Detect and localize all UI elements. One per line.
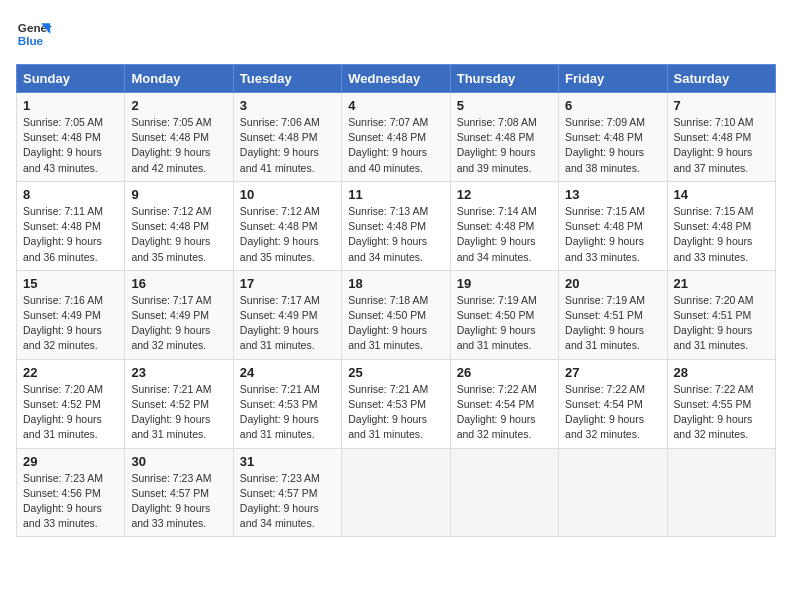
day-number: 24 (240, 365, 335, 380)
day-info: Sunrise: 7:19 AMSunset: 4:51 PMDaylight:… (565, 294, 645, 352)
day-number: 28 (674, 365, 769, 380)
day-info: Sunrise: 7:07 AMSunset: 4:48 PMDaylight:… (348, 116, 428, 174)
page-header: General Blue (16, 16, 776, 52)
day-number: 3 (240, 98, 335, 113)
day-info: Sunrise: 7:21 AMSunset: 4:53 PMDaylight:… (348, 383, 428, 441)
day-info: Sunrise: 7:20 AMSunset: 4:52 PMDaylight:… (23, 383, 103, 441)
calendar-cell: 20 Sunrise: 7:19 AMSunset: 4:51 PMDaylig… (559, 270, 667, 359)
calendar-cell: 9 Sunrise: 7:12 AMSunset: 4:48 PMDayligh… (125, 181, 233, 270)
day-info: Sunrise: 7:14 AMSunset: 4:48 PMDaylight:… (457, 205, 537, 263)
day-number: 21 (674, 276, 769, 291)
calendar-cell: 6 Sunrise: 7:09 AMSunset: 4:48 PMDayligh… (559, 93, 667, 182)
day-info: Sunrise: 7:23 AMSunset: 4:56 PMDaylight:… (23, 472, 103, 530)
calendar-cell: 31 Sunrise: 7:23 AMSunset: 4:57 PMDaylig… (233, 448, 341, 537)
day-number: 9 (131, 187, 226, 202)
day-info: Sunrise: 7:21 AMSunset: 4:52 PMDaylight:… (131, 383, 211, 441)
day-info: Sunrise: 7:23 AMSunset: 4:57 PMDaylight:… (240, 472, 320, 530)
calendar-cell: 16 Sunrise: 7:17 AMSunset: 4:49 PMDaylig… (125, 270, 233, 359)
calendar-cell: 4 Sunrise: 7:07 AMSunset: 4:48 PMDayligh… (342, 93, 450, 182)
day-info: Sunrise: 7:22 AMSunset: 4:54 PMDaylight:… (457, 383, 537, 441)
day-number: 20 (565, 276, 660, 291)
column-header-saturday: Saturday (667, 65, 775, 93)
day-info: Sunrise: 7:18 AMSunset: 4:50 PMDaylight:… (348, 294, 428, 352)
calendar-cell (342, 448, 450, 537)
calendar-cell: 12 Sunrise: 7:14 AMSunset: 4:48 PMDaylig… (450, 181, 558, 270)
day-number: 1 (23, 98, 118, 113)
day-number: 27 (565, 365, 660, 380)
calendar-cell: 18 Sunrise: 7:18 AMSunset: 4:50 PMDaylig… (342, 270, 450, 359)
calendar-cell: 25 Sunrise: 7:21 AMSunset: 4:53 PMDaylig… (342, 359, 450, 448)
day-number: 30 (131, 454, 226, 469)
logo-icon: General Blue (16, 16, 52, 52)
day-info: Sunrise: 7:16 AMSunset: 4:49 PMDaylight:… (23, 294, 103, 352)
day-info: Sunrise: 7:15 AMSunset: 4:48 PMDaylight:… (674, 205, 754, 263)
calendar-cell: 7 Sunrise: 7:10 AMSunset: 4:48 PMDayligh… (667, 93, 775, 182)
day-info: Sunrise: 7:09 AMSunset: 4:48 PMDaylight:… (565, 116, 645, 174)
calendar-table: SundayMondayTuesdayWednesdayThursdayFrid… (16, 64, 776, 537)
column-header-tuesday: Tuesday (233, 65, 341, 93)
day-info: Sunrise: 7:20 AMSunset: 4:51 PMDaylight:… (674, 294, 754, 352)
day-number: 19 (457, 276, 552, 291)
calendar-cell: 30 Sunrise: 7:23 AMSunset: 4:57 PMDaylig… (125, 448, 233, 537)
calendar-cell: 29 Sunrise: 7:23 AMSunset: 4:56 PMDaylig… (17, 448, 125, 537)
svg-text:Blue: Blue (18, 34, 44, 47)
calendar-cell: 8 Sunrise: 7:11 AMSunset: 4:48 PMDayligh… (17, 181, 125, 270)
calendar-week-3: 15 Sunrise: 7:16 AMSunset: 4:49 PMDaylig… (17, 270, 776, 359)
calendar-cell: 28 Sunrise: 7:22 AMSunset: 4:55 PMDaylig… (667, 359, 775, 448)
day-info: Sunrise: 7:05 AMSunset: 4:48 PMDaylight:… (23, 116, 103, 174)
day-number: 11 (348, 187, 443, 202)
calendar-week-2: 8 Sunrise: 7:11 AMSunset: 4:48 PMDayligh… (17, 181, 776, 270)
day-number: 17 (240, 276, 335, 291)
day-number: 16 (131, 276, 226, 291)
calendar-header-row: SundayMondayTuesdayWednesdayThursdayFrid… (17, 65, 776, 93)
calendar-week-4: 22 Sunrise: 7:20 AMSunset: 4:52 PMDaylig… (17, 359, 776, 448)
calendar-cell: 27 Sunrise: 7:22 AMSunset: 4:54 PMDaylig… (559, 359, 667, 448)
calendar-cell: 13 Sunrise: 7:15 AMSunset: 4:48 PMDaylig… (559, 181, 667, 270)
column-header-thursday: Thursday (450, 65, 558, 93)
calendar-cell: 21 Sunrise: 7:20 AMSunset: 4:51 PMDaylig… (667, 270, 775, 359)
calendar-cell: 1 Sunrise: 7:05 AMSunset: 4:48 PMDayligh… (17, 93, 125, 182)
day-info: Sunrise: 7:15 AMSunset: 4:48 PMDaylight:… (565, 205, 645, 263)
day-info: Sunrise: 7:12 AMSunset: 4:48 PMDaylight:… (240, 205, 320, 263)
calendar-cell: 10 Sunrise: 7:12 AMSunset: 4:48 PMDaylig… (233, 181, 341, 270)
day-info: Sunrise: 7:13 AMSunset: 4:48 PMDaylight:… (348, 205, 428, 263)
calendar-cell: 17 Sunrise: 7:17 AMSunset: 4:49 PMDaylig… (233, 270, 341, 359)
logo: General Blue (16, 16, 52, 52)
calendar-week-1: 1 Sunrise: 7:05 AMSunset: 4:48 PMDayligh… (17, 93, 776, 182)
column-header-wednesday: Wednesday (342, 65, 450, 93)
day-info: Sunrise: 7:17 AMSunset: 4:49 PMDaylight:… (131, 294, 211, 352)
day-number: 29 (23, 454, 118, 469)
column-header-sunday: Sunday (17, 65, 125, 93)
day-number: 6 (565, 98, 660, 113)
day-number: 25 (348, 365, 443, 380)
day-number: 22 (23, 365, 118, 380)
day-info: Sunrise: 7:11 AMSunset: 4:48 PMDaylight:… (23, 205, 103, 263)
day-number: 10 (240, 187, 335, 202)
calendar-cell: 19 Sunrise: 7:19 AMSunset: 4:50 PMDaylig… (450, 270, 558, 359)
column-header-friday: Friday (559, 65, 667, 93)
calendar-cell: 11 Sunrise: 7:13 AMSunset: 4:48 PMDaylig… (342, 181, 450, 270)
calendar-cell (667, 448, 775, 537)
calendar-cell (559, 448, 667, 537)
day-number: 26 (457, 365, 552, 380)
calendar-cell (450, 448, 558, 537)
day-info: Sunrise: 7:08 AMSunset: 4:48 PMDaylight:… (457, 116, 537, 174)
day-info: Sunrise: 7:10 AMSunset: 4:48 PMDaylight:… (674, 116, 754, 174)
calendar-cell: 23 Sunrise: 7:21 AMSunset: 4:52 PMDaylig… (125, 359, 233, 448)
day-number: 18 (348, 276, 443, 291)
day-info: Sunrise: 7:21 AMSunset: 4:53 PMDaylight:… (240, 383, 320, 441)
day-info: Sunrise: 7:12 AMSunset: 4:48 PMDaylight:… (131, 205, 211, 263)
calendar-cell: 24 Sunrise: 7:21 AMSunset: 4:53 PMDaylig… (233, 359, 341, 448)
calendar-cell: 14 Sunrise: 7:15 AMSunset: 4:48 PMDaylig… (667, 181, 775, 270)
calendar-cell: 2 Sunrise: 7:05 AMSunset: 4:48 PMDayligh… (125, 93, 233, 182)
day-number: 7 (674, 98, 769, 113)
calendar-week-5: 29 Sunrise: 7:23 AMSunset: 4:56 PMDaylig… (17, 448, 776, 537)
calendar-cell: 15 Sunrise: 7:16 AMSunset: 4:49 PMDaylig… (17, 270, 125, 359)
calendar-cell: 26 Sunrise: 7:22 AMSunset: 4:54 PMDaylig… (450, 359, 558, 448)
day-info: Sunrise: 7:22 AMSunset: 4:55 PMDaylight:… (674, 383, 754, 441)
day-info: Sunrise: 7:19 AMSunset: 4:50 PMDaylight:… (457, 294, 537, 352)
column-header-monday: Monday (125, 65, 233, 93)
calendar-cell: 5 Sunrise: 7:08 AMSunset: 4:48 PMDayligh… (450, 93, 558, 182)
day-number: 13 (565, 187, 660, 202)
calendar-cell: 3 Sunrise: 7:06 AMSunset: 4:48 PMDayligh… (233, 93, 341, 182)
